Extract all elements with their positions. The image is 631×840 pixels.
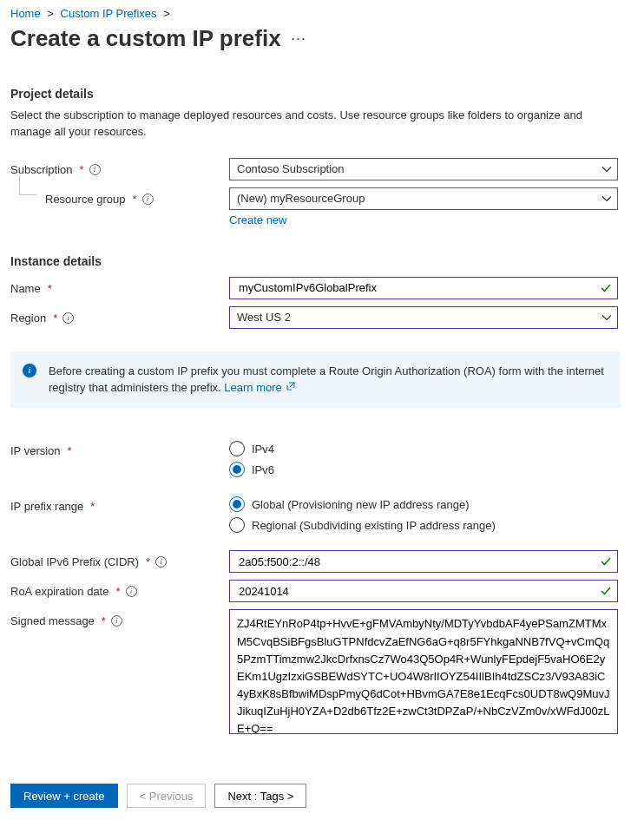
checkmark-icon: [600, 585, 612, 597]
create-new-link[interactable]: Create new: [229, 213, 286, 226]
page-title: Create a custom IP prefix ···: [10, 25, 621, 52]
learn-more-link[interactable]: Learn more: [224, 381, 295, 394]
wizard-footer: Review + create < Previous Next : Tags >: [10, 784, 621, 808]
info-icon[interactable]: i: [155, 556, 167, 568]
info-icon[interactable]: i: [111, 615, 122, 627]
review-create-button[interactable]: Review + create: [10, 784, 118, 808]
chevron-down-icon: [601, 194, 612, 204]
project-details-heading: Project details: [10, 87, 621, 101]
next-tags-button[interactable]: Next : Tags >: [214, 784, 306, 808]
ip-prefix-range-label: IP prefix range*: [10, 495, 229, 513]
project-details-desc: Select the subscription to manage deploy…: [10, 108, 601, 141]
instance-details-heading: Instance details: [10, 254, 621, 268]
signed-message-textarea[interactable]: [229, 609, 618, 734]
info-icon[interactable]: i: [62, 312, 74, 324]
name-input[interactable]: [229, 277, 618, 299]
range-regional-radio[interactable]: Regional (Subdividing existing IP addres…: [229, 517, 618, 533]
global-ipv6-cidr-label: Global IPv6 Prefix (CIDR)* i: [10, 550, 229, 568]
info-icon[interactable]: i: [89, 164, 101, 175]
global-ipv6-cidr-input[interactable]: [229, 550, 618, 573]
info-icon[interactable]: i: [142, 194, 154, 205]
roa-info-banner: i Before creating a custom IP prefix you…: [10, 351, 621, 409]
signed-message-label: Signed message* i: [10, 609, 229, 627]
chevron-down-icon: [601, 312, 612, 323]
breadcrumb: Home > Custom IP Prefixes >: [10, 7, 621, 20]
roa-expiration-input[interactable]: [229, 580, 618, 602]
ip-version-ipv6-radio[interactable]: IPv6: [229, 462, 618, 477]
ip-version-label: IP version*: [10, 439, 229, 457]
subscription-dropdown[interactable]: Contoso Subscription: [229, 158, 618, 180]
chevron-right-icon: >: [163, 7, 170, 20]
range-global-radio[interactable]: Global (Provisioning new IP address rang…: [229, 496, 618, 512]
more-icon[interactable]: ···: [292, 32, 307, 46]
external-link-icon: [285, 381, 295, 394]
breadcrumb-home[interactable]: Home: [10, 7, 41, 20]
resource-group-label: Resource group* i: [10, 187, 229, 206]
region-dropdown[interactable]: West US 2: [229, 306, 618, 329]
resource-group-dropdown[interactable]: (New) myResourceGroup: [229, 187, 618, 210]
ip-version-ipv4-radio[interactable]: IPv4: [229, 441, 618, 456]
info-icon[interactable]: i: [126, 586, 137, 597]
roa-expiration-label: RoA expiration date* i: [10, 580, 229, 598]
checkmark-icon: [600, 282, 612, 294]
name-label: Name*: [10, 277, 229, 295]
checkmark-icon: [600, 555, 612, 568]
chevron-down-icon: [601, 164, 612, 174]
previous-button[interactable]: < Previous: [127, 784, 207, 808]
info-icon: i: [23, 364, 36, 377]
breadcrumb-custom-ip-prefixes[interactable]: Custom IP Prefixes: [61, 7, 157, 20]
region-label: Region* i: [10, 306, 229, 325]
chevron-right-icon: >: [47, 7, 54, 20]
subscription-label: Subscription* i: [10, 158, 229, 176]
